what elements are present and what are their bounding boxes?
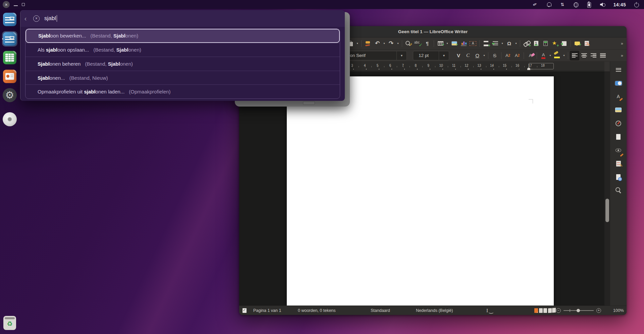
battery-icon[interactable] — [587, 2, 592, 7]
search-input[interactable]: sjabl — [44, 15, 56, 22]
clone-formatting-button[interactable] — [363, 39, 373, 48]
hud-result-item[interactable]: Sjabloon bewerken... (Bestand, Sjablonen… — [25, 29, 340, 43]
power-icon[interactable] — [634, 2, 639, 7]
clear-formatting-button[interactable]: A — [526, 51, 535, 60]
redo-button[interactable]: ↷ — [386, 39, 396, 48]
insert-table-dropdown[interactable] — [445, 39, 449, 48]
insert-textbox-button[interactable]: A — [468, 39, 478, 48]
align-justify-button[interactable] — [598, 51, 607, 60]
align-right-button[interactable] — [589, 51, 598, 60]
insert-page-break-button[interactable]: + — [481, 39, 491, 48]
paste-dropdown[interactable] — [355, 39, 360, 48]
insert-image-button[interactable]: + — [449, 39, 459, 48]
font-color-button[interactable]: A — [539, 51, 548, 60]
highlight-color-dropdown[interactable] — [562, 51, 566, 60]
sidebar-accessibility-button[interactable] — [614, 173, 623, 181]
find-replace-button[interactable]: ✎ — [404, 39, 413, 48]
insert-comment-button[interactable]: + — [573, 39, 582, 48]
insert-table-button[interactable]: + — [436, 39, 445, 48]
zoom-level[interactable]: 100% — [613, 306, 624, 315]
vertical-scrollbar[interactable] — [604, 71, 610, 306]
dock-item-calc[interactable] — [2, 50, 17, 65]
font-name-dropdown[interactable]: ▾ — [396, 51, 407, 60]
clock[interactable]: 14:45 — [613, 2, 626, 7]
globe-icon[interactable] — [573, 2, 579, 7]
scrollbar-thumb[interactable] — [605, 199, 609, 222]
sidebar-find-button[interactable] — [614, 186, 623, 194]
font-color-dropdown[interactable] — [548, 51, 552, 60]
italic-button[interactable]: C — [463, 51, 473, 60]
spelling-button[interactable]: abc✓ — [413, 39, 423, 48]
sidebar-styles-button[interactable]: A — [614, 92, 623, 101]
insert-field-button[interactable] — [491, 39, 500, 48]
document-page[interactable] — [287, 76, 554, 306]
clear-search-button[interactable]: × — [33, 15, 40, 22]
sidebar-settings-button[interactable] — [614, 66, 623, 74]
close-button[interactable]: × — [3, 1, 10, 8]
undo-dropdown[interactable] — [382, 39, 386, 48]
zoom-out-button[interactable]: − — [556, 308, 561, 313]
highlight-color-button[interactable] — [552, 51, 562, 60]
page-count[interactable]: Pagina 1 van 1 — [253, 306, 281, 315]
underline-dropdown[interactable] — [482, 51, 486, 60]
insert-header-footer-button[interactable]: i — [541, 39, 550, 48]
network-arrows-icon[interactable]: ⇅ — [560, 2, 565, 7]
sidebar-navigator-button[interactable] — [614, 119, 623, 127]
maximize-button[interactable] — [22, 3, 25, 6]
align-center-button[interactable] — [579, 51, 589, 60]
insert-field-dropdown[interactable] — [500, 39, 504, 48]
insert-hyperlink-button[interactable]: + — [522, 39, 531, 48]
underline-button[interactable]: O — [473, 51, 482, 60]
insert-bookmark-button[interactable]: ★+ — [550, 39, 559, 48]
single-page-view-button[interactable] — [534, 308, 538, 313]
dock-item-settings[interactable] — [2, 87, 17, 103]
zoom-slider[interactable] — [564, 310, 594, 311]
subscript-button[interactable]: A2 — [513, 51, 522, 60]
dock-item-impress[interactable] — [2, 69, 17, 84]
dock-item-writer[interactable] — [2, 12, 17, 27]
sidebar-properties-button[interactable] — [614, 79, 623, 87]
insert-mode-indicator[interactable]: I ‿ — [486, 306, 493, 315]
bold-button[interactable]: V — [454, 51, 463, 60]
toolbar-overflow-button[interactable]: » — [621, 41, 623, 46]
multi-page-view-button[interactable] — [539, 308, 543, 313]
save-status[interactable] — [243, 306, 247, 315]
undo-button[interactable]: ↶ — [373, 39, 382, 48]
zoom-slider-thumb[interactable] — [577, 309, 580, 312]
track-changes-button[interactable]: ✎ — [582, 39, 591, 48]
text-language[interactable]: Nederlands (België) — [416, 306, 453, 315]
hud-search-bar[interactable]: ‹ × sjabl — [20, 10, 345, 27]
insert-cross-reference-button[interactable] — [559, 39, 569, 48]
dock-item-writer-active[interactable] — [2, 31, 17, 47]
volume-icon[interactable] — [600, 2, 605, 7]
sidebar-manage-changes-button[interactable] — [614, 159, 623, 168]
superscript-button[interactable]: A2 — [503, 51, 513, 60]
formatting-overflow-button[interactable]: » — [621, 53, 623, 58]
hud-result-item[interactable]: Als sjabloon opslaan... (Bestand, Sjablo… — [25, 43, 340, 57]
window-resize-handle[interactable] — [303, 101, 315, 105]
font-size-combo[interactable]: 12 pt ▾ — [413, 51, 449, 60]
minimize-button[interactable] — [14, 5, 18, 6]
word-count[interactable]: 0 woorden, 0 tekens — [298, 306, 336, 315]
special-character-button[interactable]: Ω — [504, 39, 514, 48]
back-chevron-icon[interactable]: ‹ — [23, 15, 28, 22]
book-view-button[interactable] — [548, 308, 552, 313]
formatting-marks-button[interactable]: ¶ — [423, 39, 432, 48]
special-character-dropdown[interactable] — [514, 39, 518, 48]
redo-dropdown[interactable] — [396, 39, 400, 48]
hud-result-item[interactable]: Sjablonen... (Bestand, Nieuw) — [25, 71, 340, 85]
font-size-dropdown[interactable]: ▾ — [439, 51, 449, 60]
align-left-button[interactable] — [570, 51, 579, 60]
pen-icon[interactable] — [533, 2, 538, 7]
bell-icon[interactable] — [546, 2, 552, 7]
zoom-in-button[interactable]: + — [596, 308, 601, 313]
sidebar-page-button[interactable] — [614, 133, 623, 141]
strikethrough-button[interactable]: S — [490, 51, 499, 60]
dock-item-trash[interactable] — [2, 315, 17, 331]
sidebar-gallery-button[interactable] — [614, 106, 623, 114]
hud-result-item[interactable]: Sjablonen beheren (Bestand, Sjablonen) — [25, 57, 340, 71]
dock-item-disc[interactable] — [2, 112, 17, 127]
insert-page-number-button[interactable]: 1 — [531, 39, 541, 48]
page-style[interactable]: Standaard — [371, 306, 390, 315]
sidebar-style-inspector-button[interactable] — [614, 146, 623, 154]
